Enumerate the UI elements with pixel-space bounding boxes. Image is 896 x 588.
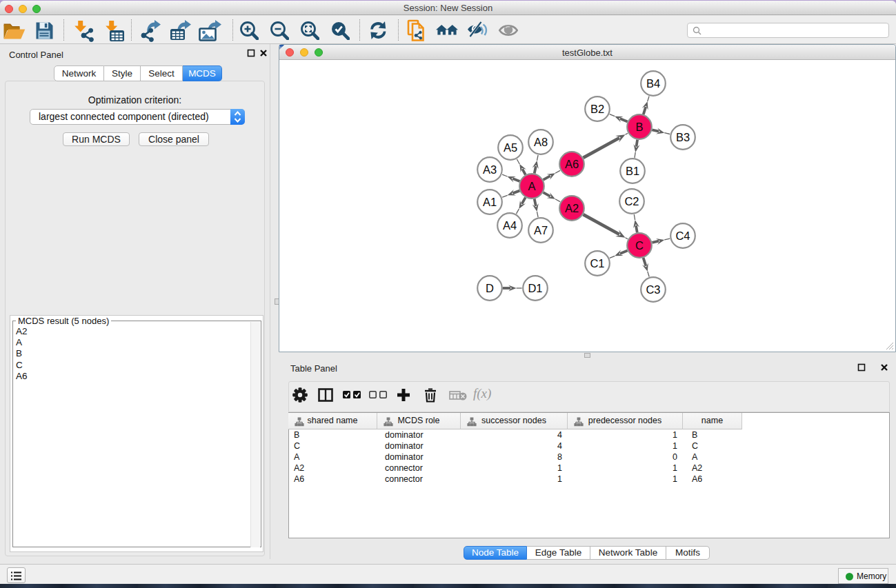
svg-text:A4: A4 bbox=[503, 219, 517, 232]
svg-text:B3: B3 bbox=[676, 131, 690, 143]
svg-text:C2: C2 bbox=[624, 195, 639, 207]
svg-text:A3: A3 bbox=[483, 163, 497, 176]
svg-text:B1: B1 bbox=[626, 165, 639, 177]
svg-text:A8: A8 bbox=[534, 136, 548, 148]
svg-text:B: B bbox=[635, 121, 643, 133]
svg-text:A5: A5 bbox=[504, 141, 517, 154]
svg-text:A7: A7 bbox=[534, 224, 548, 236]
svg-text:A1: A1 bbox=[483, 196, 497, 208]
svg-text:C4: C4 bbox=[675, 230, 690, 242]
svg-text:C: C bbox=[635, 239, 644, 252]
svg-text:A6: A6 bbox=[565, 158, 579, 170]
svg-text:A: A bbox=[528, 180, 535, 192]
svg-text:B2: B2 bbox=[590, 103, 604, 115]
svg-text:C1: C1 bbox=[590, 257, 604, 270]
svg-text:C3: C3 bbox=[646, 283, 660, 296]
svg-text:D: D bbox=[486, 282, 494, 294]
svg-text:B4: B4 bbox=[646, 77, 660, 90]
svg-text:A2: A2 bbox=[565, 202, 579, 214]
svg-text:D1: D1 bbox=[528, 282, 542, 294]
